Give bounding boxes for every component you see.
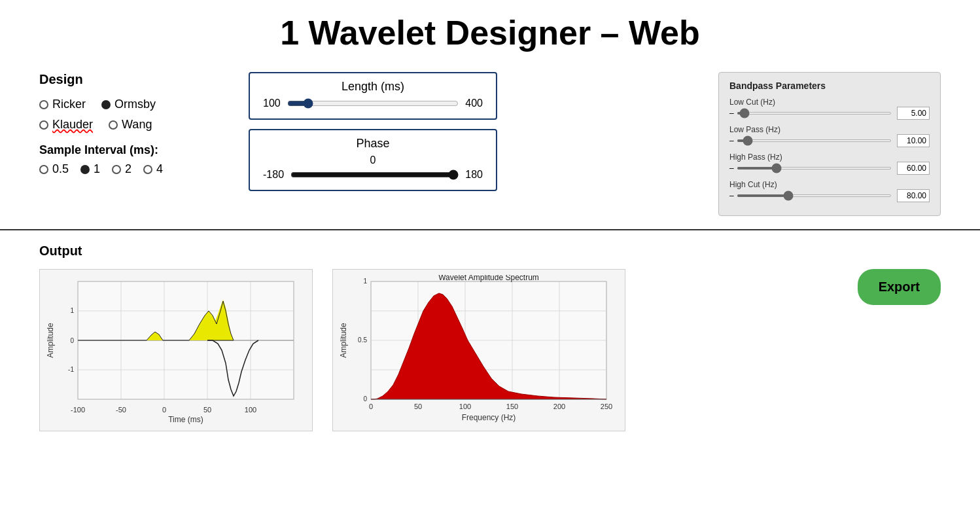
svg-text:-100: -100 bbox=[71, 406, 85, 414]
bandpass-title: Bandpass Parameters bbox=[729, 81, 930, 91]
bp-lowpass-row: – 10.00 bbox=[729, 134, 930, 147]
radio-circle-wang bbox=[109, 120, 118, 130]
bp-highpass-row: – 60.00 bbox=[729, 162, 930, 175]
radio-circle-2 bbox=[112, 165, 121, 174]
label-4: 4 bbox=[156, 162, 163, 176]
chart1-svg: -100 -50 0 50 100 Time (ms) 1 0 -1 Ampli… bbox=[45, 275, 307, 425]
chart2-container: Wavelet Amplitude Spectrum bbox=[332, 269, 625, 431]
radio-circle-1 bbox=[80, 165, 90, 174]
svg-text:0: 0 bbox=[70, 337, 74, 344]
bp-lowcut-label: Low Cut (Hz) bbox=[729, 98, 930, 107]
svg-text:Wavelet Amplitude Spectrum: Wavelet Amplitude Spectrum bbox=[438, 275, 539, 282]
label-0.5: 0.5 bbox=[52, 162, 69, 176]
phase-slider-row: -180 180 bbox=[263, 169, 483, 181]
charts-row: -100 -50 0 50 100 Time (ms) 1 0 -1 Ampli… bbox=[39, 269, 941, 431]
svg-text:0: 0 bbox=[369, 403, 373, 410]
wavelet-type-row1: Ricker Ormsby bbox=[39, 98, 222, 111]
radio-4[interactable]: 4 bbox=[143, 162, 163, 176]
radio-circle-klauder bbox=[39, 120, 48, 130]
svg-text:0: 0 bbox=[162, 406, 166, 414]
bp-minus-icon-lowpass: – bbox=[729, 136, 734, 145]
bp-lowpass-label: Low Pass (Hz) bbox=[729, 125, 930, 134]
svg-text:100: 100 bbox=[459, 403, 471, 410]
bandpass-panel: Bandpass Parameters Low Cut (Hz) – 5.00 … bbox=[718, 72, 941, 216]
radio-wang[interactable]: Wang bbox=[109, 118, 152, 132]
label-2: 2 bbox=[125, 162, 131, 176]
design-panel: Design Ricker Ormsby Klauder Wang bbox=[39, 72, 222, 176]
export-area: Export bbox=[858, 269, 941, 305]
radio-circle-0.5 bbox=[39, 165, 48, 174]
svg-text:Time (ms): Time (ms) bbox=[168, 415, 203, 424]
design-label: Design bbox=[39, 72, 222, 87]
bp-lowpass-slider[interactable] bbox=[737, 139, 892, 142]
length-max-label: 400 bbox=[465, 98, 483, 109]
top-section: Design Ricker Ormsby Klauder Wang bbox=[0, 72, 980, 216]
bp-lowcut-slider[interactable] bbox=[737, 112, 892, 115]
export-button[interactable]: Export bbox=[858, 269, 941, 305]
radio-circle-ormsby bbox=[101, 100, 111, 109]
length-slider-row: 100 400 bbox=[263, 98, 483, 109]
phase-value: 0 bbox=[263, 154, 483, 166]
label-ricker: Ricker bbox=[52, 98, 86, 111]
label-klauder: Klauder bbox=[52, 118, 93, 132]
svg-text:-1: -1 bbox=[68, 366, 74, 373]
svg-text:1: 1 bbox=[70, 307, 74, 314]
radio-klauder[interactable]: Klauder bbox=[39, 118, 93, 132]
bp-highcut-value: 80.00 bbox=[897, 189, 930, 202]
bp-highcut-slider[interactable] bbox=[737, 194, 892, 197]
output-section: Output bbox=[0, 243, 980, 431]
bp-minus-icon-highpass: – bbox=[729, 164, 734, 173]
sample-interval-label: Sample Interval (ms): bbox=[39, 143, 222, 157]
sample-interval-group: 0.5 1 2 4 bbox=[39, 162, 222, 176]
svg-text:250: 250 bbox=[601, 403, 612, 410]
svg-text:50: 50 bbox=[203, 406, 211, 414]
length-min-label: 100 bbox=[263, 98, 281, 109]
radio-circle-4 bbox=[143, 165, 152, 174]
wavelet-type-row2: Klauder Wang bbox=[39, 118, 222, 132]
radio-ormsby[interactable]: Ormsby bbox=[101, 98, 156, 111]
svg-text:Amplitude: Amplitude bbox=[339, 323, 348, 358]
bp-lowcut-row: – 5.00 bbox=[729, 107, 930, 120]
length-slider[interactable] bbox=[287, 98, 459, 109]
bp-lowpass-value: 10.00 bbox=[897, 134, 930, 147]
controls-panel: Length (ms) 100 400 Phase 0 -180 180 bbox=[249, 72, 497, 191]
length-slider-box: Length (ms) 100 400 bbox=[249, 72, 497, 120]
page-title: 1 Wavelet Designer – Web bbox=[0, 0, 980, 72]
svg-text:100: 100 bbox=[245, 406, 256, 414]
label-1: 1 bbox=[94, 162, 100, 176]
phase-min-label: -180 bbox=[263, 169, 284, 181]
phase-title: Phase bbox=[263, 137, 483, 151]
bp-lowcut-value: 5.00 bbox=[897, 107, 930, 120]
svg-text:0: 0 bbox=[363, 395, 367, 403]
svg-text:50: 50 bbox=[414, 403, 422, 410]
svg-text:200: 200 bbox=[553, 403, 565, 410]
radio-1[interactable]: 1 bbox=[80, 162, 100, 176]
bp-minus-icon-lowcut: – bbox=[729, 109, 734, 118]
chart1-container: -100 -50 0 50 100 Time (ms) 1 0 -1 Ampli… bbox=[39, 269, 313, 431]
phase-slider[interactable] bbox=[290, 170, 459, 180]
phase-slider-box: Phase 0 -180 180 bbox=[249, 129, 497, 191]
svg-text:Frequency (Hz): Frequency (Hz) bbox=[462, 413, 516, 422]
output-title: Output bbox=[39, 243, 941, 259]
phase-max-label: 180 bbox=[465, 169, 483, 181]
svg-text:0.5: 0.5 bbox=[358, 336, 367, 344]
bp-highcut-row: – 80.00 bbox=[729, 189, 930, 202]
length-title: Length (ms) bbox=[263, 80, 483, 94]
svg-text:-50: -50 bbox=[116, 406, 126, 414]
label-wang: Wang bbox=[122, 118, 152, 132]
svg-text:1: 1 bbox=[363, 278, 367, 285]
section-divider bbox=[0, 229, 980, 230]
bp-highpass-label: High Pass (Hz) bbox=[729, 153, 930, 162]
radio-circle-ricker bbox=[39, 100, 48, 109]
bp-highpass-value: 60.00 bbox=[897, 162, 930, 175]
radio-ricker[interactable]: Ricker bbox=[39, 98, 86, 111]
bp-highcut-label: High Cut (Hz) bbox=[729, 180, 930, 189]
svg-text:150: 150 bbox=[506, 403, 518, 410]
svg-text:Amplitude: Amplitude bbox=[46, 323, 55, 358]
bp-minus-icon-highcut: – bbox=[729, 191, 734, 200]
radio-0.5[interactable]: 0.5 bbox=[39, 162, 69, 176]
chart2-svg: Wavelet Amplitude Spectrum bbox=[338, 275, 620, 425]
bp-highpass-slider[interactable] bbox=[737, 167, 892, 170]
label-ormsby: Ormsby bbox=[114, 98, 156, 111]
radio-2[interactable]: 2 bbox=[112, 162, 131, 176]
